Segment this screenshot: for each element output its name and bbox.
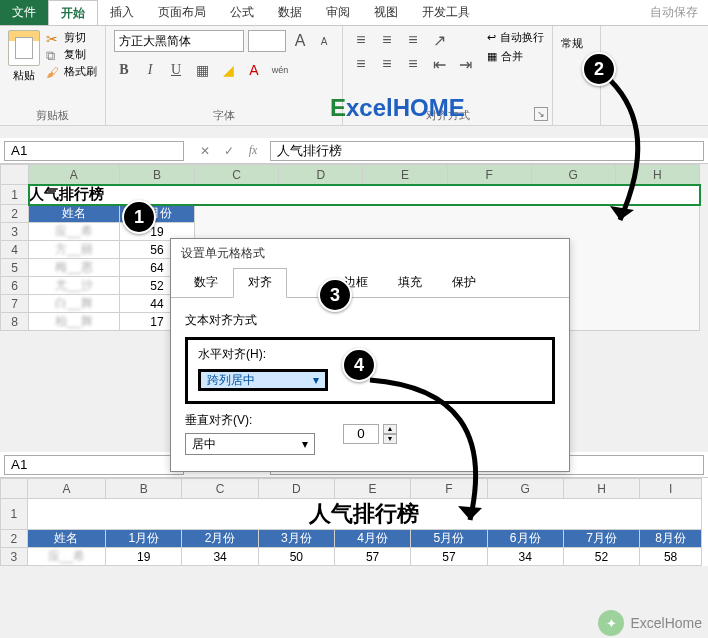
cell-a8[interactable]: 柏__舞 <box>29 313 120 331</box>
r3c2[interactable]: 34 <box>182 548 258 566</box>
copy-button[interactable]: ⧉复制 <box>46 47 97 62</box>
cell-a2[interactable]: 姓名 <box>29 205 120 223</box>
r3c8[interactable]: 58 <box>640 548 702 566</box>
spin-down-icon[interactable]: ▼ <box>383 434 397 444</box>
align-top-icon[interactable]: ≡ <box>351 30 371 50</box>
row2-1[interactable]: 1 <box>1 499 28 530</box>
row2-3[interactable]: 3 <box>1 548 28 566</box>
underline-button[interactable]: U <box>166 60 186 80</box>
phonetic-button[interactable]: wén <box>270 60 290 80</box>
confirm-edit-icon[interactable]: ✓ <box>218 141 240 161</box>
cell-a6[interactable]: 尤__沙 <box>29 277 120 295</box>
col2-f[interactable]: F <box>411 479 487 499</box>
indent-inc-icon[interactable]: ⇥ <box>455 54 475 74</box>
tab-file[interactable]: 文件 <box>0 0 48 25</box>
r2h8[interactable]: 8月份 <box>640 530 702 548</box>
italic-button[interactable]: I <box>140 60 160 80</box>
horizontal-align-select[interactable]: 跨列居中 ▾ <box>198 369 328 391</box>
fx-icon[interactable]: fx <box>242 141 264 161</box>
merge-button[interactable]: ▦合并 <box>487 49 544 64</box>
tab-insert[interactable]: 插入 <box>98 0 146 25</box>
tab-view[interactable]: 视图 <box>362 0 410 25</box>
formula-input[interactable] <box>270 141 704 161</box>
tab-home[interactable]: 开始 <box>48 0 98 25</box>
col-header-b[interactable]: B <box>119 165 195 185</box>
r2h4[interactable]: 4月份 <box>334 530 410 548</box>
align-center-icon[interactable]: ≡ <box>377 54 397 74</box>
row-header-1[interactable]: 1 <box>1 185 29 205</box>
tab-number[interactable]: 数字 <box>179 268 233 297</box>
r3c1[interactable]: 19 <box>106 548 182 566</box>
indent-input[interactable] <box>343 424 379 444</box>
spin-up-icon[interactable]: ▲ <box>383 424 397 434</box>
bold-button[interactable]: B <box>114 60 134 80</box>
name-box[interactable] <box>4 141 184 161</box>
format-painter-button[interactable]: 🖌格式刷 <box>46 64 97 79</box>
col2-c[interactable]: C <box>182 479 258 499</box>
paste-button[interactable]: 粘贴 <box>8 30 40 83</box>
r3c6[interactable]: 34 <box>487 548 563 566</box>
tab-data[interactable]: 数据 <box>266 0 314 25</box>
cell-a4[interactable]: 方__丽 <box>29 241 120 259</box>
row2-2[interactable]: 2 <box>1 530 28 548</box>
tab-fill[interactable]: 填充 <box>383 268 437 297</box>
fill-color-button[interactable]: ◢ <box>218 60 238 80</box>
tab-formulas[interactable]: 公式 <box>218 0 266 25</box>
cell-a3[interactable]: 应__希 <box>29 223 120 241</box>
select-all-corner-2[interactable] <box>1 479 28 499</box>
r2h6[interactable]: 6月份 <box>487 530 563 548</box>
row-header-2[interactable]: 2 <box>1 205 29 223</box>
indent-spinner[interactable]: ▲▼ <box>343 424 397 444</box>
vertical-align-select[interactable]: 居中 ▾ <box>185 433 315 455</box>
increase-font-icon[interactable]: A <box>290 31 310 51</box>
tab-developer[interactable]: 开发工具 <box>410 0 482 25</box>
r2h0[interactable]: 姓名 <box>27 530 105 548</box>
align-left-icon[interactable]: ≡ <box>351 54 371 74</box>
cell-a5[interactable]: 梅__惠 <box>29 259 120 277</box>
align-right-icon[interactable]: ≡ <box>403 54 423 74</box>
tab-review[interactable]: 审阅 <box>314 0 362 25</box>
r3c0[interactable]: 应__希 <box>27 548 105 566</box>
row-header-4[interactable]: 4 <box>1 241 29 259</box>
r2h2[interactable]: 2月份 <box>182 530 258 548</box>
r2h5[interactable]: 5月份 <box>411 530 487 548</box>
col-header-a[interactable]: A <box>29 165 120 185</box>
decrease-font-icon[interactable]: A <box>314 31 334 51</box>
merged-title-cell[interactable]: 人气排行榜 <box>27 499 701 530</box>
col2-b[interactable]: B <box>106 479 182 499</box>
tab-align[interactable]: 对齐 <box>233 268 287 298</box>
indent-dec-icon[interactable]: ⇤ <box>429 54 449 74</box>
row-header-8[interactable]: 8 <box>1 313 29 331</box>
row-header-6[interactable]: 6 <box>1 277 29 295</box>
alignment-dialog-launcher[interactable]: ↘ <box>534 107 548 121</box>
cancel-edit-icon[interactable]: ✕ <box>194 141 216 161</box>
col-header-e[interactable]: E <box>363 165 447 185</box>
wrap-text-button[interactable]: ↩自动换行 <box>487 30 544 45</box>
col-header-h[interactable]: H <box>615 165 699 185</box>
col2-e[interactable]: E <box>334 479 410 499</box>
font-color-button[interactable]: A <box>244 60 264 80</box>
orientation-icon[interactable]: ↗ <box>429 30 449 50</box>
col-header-g[interactable]: G <box>531 165 615 185</box>
font-name-select[interactable] <box>114 30 244 52</box>
col2-g[interactable]: G <box>487 479 563 499</box>
r2h7[interactable]: 7月份 <box>563 530 639 548</box>
col2-a[interactable]: A <box>27 479 105 499</box>
select-all-corner[interactable] <box>1 165 29 185</box>
col-header-c[interactable]: C <box>195 165 279 185</box>
col2-d[interactable]: D <box>258 479 334 499</box>
col-header-f[interactable]: F <box>447 165 531 185</box>
tab-page-layout[interactable]: 页面布局 <box>146 0 218 25</box>
align-middle-icon[interactable]: ≡ <box>377 30 397 50</box>
col-header-d[interactable]: D <box>279 165 363 185</box>
col2-h[interactable]: H <box>563 479 639 499</box>
row-header-5[interactable]: 5 <box>1 259 29 277</box>
worksheet-grid-2[interactable]: A B C D E F G H I 1 人气排行榜 2 姓名 1月份 2月份 3… <box>0 478 702 566</box>
cut-button[interactable]: ✂剪切 <box>46 30 97 45</box>
r3c3[interactable]: 50 <box>258 548 334 566</box>
row-header-7[interactable]: 7 <box>1 295 29 313</box>
r2h1[interactable]: 1月份 <box>106 530 182 548</box>
r3c5[interactable]: 57 <box>411 548 487 566</box>
row-header-3[interactable]: 3 <box>1 223 29 241</box>
align-bottom-icon[interactable]: ≡ <box>403 30 423 50</box>
